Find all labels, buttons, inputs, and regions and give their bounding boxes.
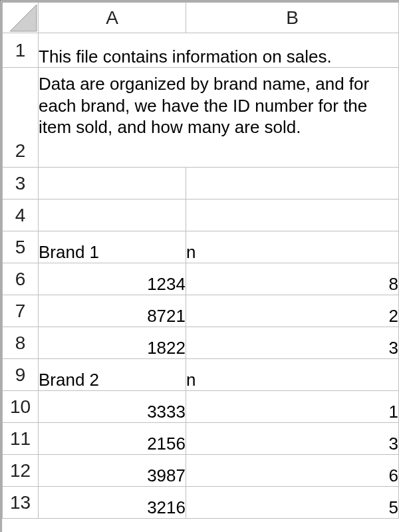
cell-A1[interactable]: This file contains information on sales. [39, 33, 399, 68]
cell-A7[interactable]: 8721 [39, 295, 186, 327]
cell-B12[interactable]: 6 [186, 455, 399, 487]
row-header-5[interactable]: 5 [3, 231, 39, 263]
row-header-12[interactable]: 12 [3, 455, 39, 487]
svg-marker-0 [10, 5, 37, 31]
cell-B4[interactable] [186, 200, 399, 231]
cell-B5[interactable]: n [186, 231, 399, 263]
row-header-10[interactable]: 10 [3, 391, 39, 423]
cell-A6[interactable]: 1234 [39, 263, 186, 295]
cell-A4[interactable] [39, 200, 186, 231]
cell-A2[interactable]: Data are organized by brand name, and fo… [39, 68, 399, 168]
col-header-B[interactable]: B [186, 3, 399, 33]
spreadsheet-viewport: A B 1 This file contains information on … [0, 0, 399, 532]
row-header-2[interactable]: 2 [3, 68, 39, 168]
row-header-1[interactable]: 1 [3, 33, 39, 68]
col-header-A[interactable]: A [39, 3, 186, 33]
row-header-13[interactable]: 13 [3, 487, 39, 519]
cell-A3[interactable] [39, 168, 186, 200]
row-header-7[interactable]: 7 [3, 295, 39, 327]
row-header-8[interactable]: 8 [3, 327, 39, 359]
spreadsheet-grid[interactable]: A B 1 This file contains information on … [2, 2, 399, 519]
row-header-6[interactable]: 6 [3, 263, 39, 295]
cell-B8[interactable]: 3 [186, 327, 399, 359]
row-header-9[interactable]: 9 [3, 359, 39, 391]
cell-A11[interactable]: 2156 [39, 423, 186, 455]
cell-A13[interactable]: 3216 [39, 487, 186, 519]
cell-A10[interactable]: 3333 [39, 391, 186, 423]
cell-B13[interactable]: 5 [186, 487, 399, 519]
row-header-11[interactable]: 11 [3, 423, 39, 455]
cell-B3[interactable] [186, 168, 399, 200]
row-header-3[interactable]: 3 [3, 168, 39, 200]
cell-B9[interactable]: n [186, 359, 399, 391]
cell-B11[interactable]: 3 [186, 423, 399, 455]
cell-A12[interactable]: 3987 [39, 455, 186, 487]
cell-B10[interactable]: 1 [186, 391, 399, 423]
cell-A5[interactable]: Brand 1 [39, 231, 186, 263]
cell-B6[interactable]: 8 [186, 263, 399, 295]
cell-A8[interactable]: 1822 [39, 327, 186, 359]
cell-B7[interactable]: 2 [186, 295, 399, 327]
cell-A9[interactable]: Brand 2 [39, 359, 186, 391]
row-header-4[interactable]: 4 [3, 200, 39, 231]
select-all-corner[interactable] [3, 3, 39, 33]
